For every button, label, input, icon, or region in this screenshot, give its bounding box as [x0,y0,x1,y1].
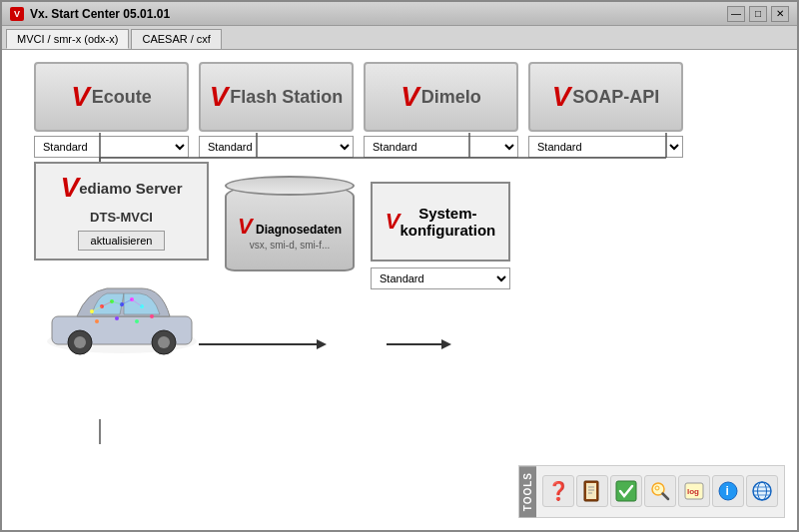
info-icon[interactable]: i [712,475,744,507]
car-illustration [42,266,202,356]
diagnosedaten-title: V Diagnosedaten [238,214,342,240]
server-section: V ediamo Server DTS-MVCI aktualisieren [34,162,209,356]
soap-api-card: V SOAP-API Standard [528,62,683,158]
svg-point-25 [135,319,139,323]
svg-line-39 [663,494,669,500]
systemconfig-v-letter: V [386,209,400,235]
diagnosedaten-section: V Diagnosedaten vsx, smi-d, smi-f... [225,182,355,356]
minimize-button[interactable]: — [727,6,745,22]
title-bar-left: V Vx. Start Center 05.01.01 [10,7,170,21]
title-controls: — □ ✕ [727,6,789,22]
update-button[interactable]: aktualisieren [78,231,166,251]
flash-station-button[interactable]: V Flash Station [199,62,354,132]
diagnosedaten-v-letter: V [238,214,253,239]
svg-point-24 [115,316,119,320]
dimelo-dropdown[interactable]: Standard [364,136,518,158]
dimelo-card: V Dimelo Standard [364,62,518,158]
tab-caesar[interactable]: CAESAR / cxf [131,29,221,49]
soap-api-button[interactable]: V SOAP-API [528,62,683,132]
main-window: V Vx. Start Center 05.01.01 — □ ✕ MVCI /… [0,0,799,532]
svg-point-16 [158,336,170,348]
ecoute-label: Ecoute [92,87,152,108]
systemconfig-box: V System- konfiguration [371,182,510,262]
server-subtitle: DTS-MVCI [90,210,153,225]
svg-point-23 [95,319,99,323]
dimelo-button[interactable]: V Dimelo [364,62,518,132]
flash-station-dropdown[interactable]: Standard [199,136,354,158]
book-icon[interactable] [576,475,608,507]
flash-station-v-letter: V [210,81,229,113]
server-title: V ediamo Server [60,172,182,204]
app-icon: V [10,7,24,21]
dimelo-v-letter: V [400,81,419,113]
close-button[interactable]: ✕ [771,6,789,22]
systemconfig-section: V System- konfiguration Standard [371,182,510,356]
server-box: V ediamo Server DTS-MVCI aktualisieren [34,162,209,261]
tab-mvci[interactable]: MVCI / smr-x (odx-x) [6,29,129,49]
server-name: ediamo Server [79,180,182,197]
systemconfig-dropdown[interactable]: Standard [371,267,510,289]
flash-station-card: V Flash Station Standard [199,62,354,158]
log-icon[interactable]: log [678,475,710,507]
title-bar: V Vx. Start Center 05.01.01 — □ ✕ [2,2,797,26]
maximize-button[interactable]: □ [749,6,767,22]
soap-api-v-letter: V [552,81,571,113]
bottom-section: V ediamo Server DTS-MVCI aktualisieren [34,162,785,356]
svg-point-14 [74,336,86,348]
server-v-letter: V [60,172,79,204]
svg-point-26 [150,314,154,318]
car-svg [42,266,202,356]
ecoute-card: V Ecoute Standard [34,62,189,158]
ecoute-dropdown[interactable]: Standard [34,136,189,158]
globe-icon[interactable] [746,475,778,507]
diagnosedaten-subtitle: vsx, smi-d, smi-f... [250,240,331,251]
ecoute-v-letter: V [71,81,90,113]
tab-bar: MVCI / smr-x (odx-x) CAESAR / cxf [2,26,797,50]
main-content: V Ecoute Standard V Flash Station Standa… [2,50,797,530]
soap-api-dropdown[interactable]: Standard [528,136,683,158]
window-title: Vx. Start Center 05.01.01 [30,7,170,21]
svg-text:i: i [726,484,729,498]
tools-label: TOOLS [519,466,536,517]
flash-station-label: Flash Station [230,87,343,108]
soap-api-label: SOAP-API [572,87,659,108]
ecoute-button[interactable]: V Ecoute [34,62,189,132]
svg-rect-33 [586,483,596,499]
diagnosedaten-cylinder: V Diagnosedaten vsx, smi-d, smi-f... [225,182,355,271]
checkmark-icon[interactable] [610,475,642,507]
svg-text:log: log [687,487,699,496]
systemconfig-text: V System- konfiguration [386,205,496,239]
tools-bar: TOOLS ❓ log i [518,465,785,518]
top-apps-row: V Ecoute Standard V Flash Station Standa… [34,62,785,158]
search-icon[interactable] [644,475,676,507]
help-icon[interactable]: ❓ [542,475,574,507]
systemconfig-label: System- konfiguration [400,205,495,239]
dimelo-label: Dimelo [421,87,481,108]
tools-icons: ❓ log i [536,471,784,511]
